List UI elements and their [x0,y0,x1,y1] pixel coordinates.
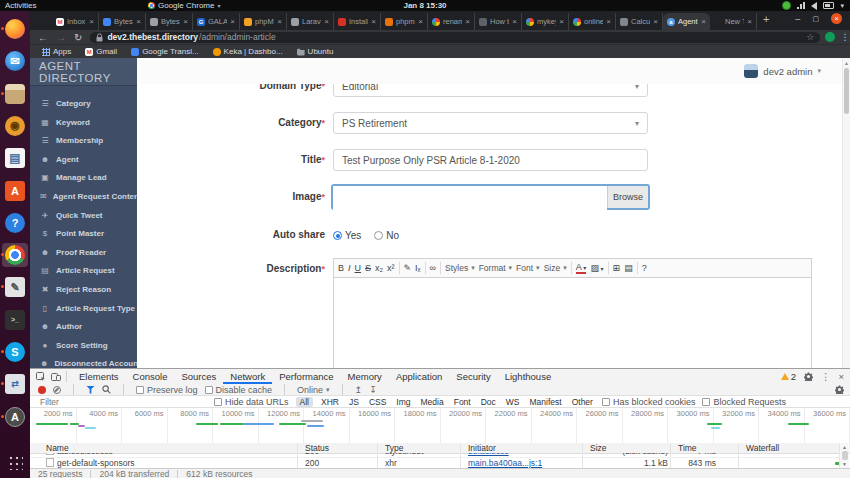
editor-subscript-icon[interactable]: x₂ [375,263,383,273]
column-separator[interactable] [582,443,583,468]
devtools-tab-console[interactable]: Console [126,369,175,384]
editor-italic-icon[interactable]: I [348,263,351,273]
request-type-filter-css[interactable]: CSS [367,397,388,407]
sidebar-item-proof-reader[interactable]: ☻Proof Reader [30,244,137,261]
radio-icon[interactable] [374,231,383,240]
devtools-close-icon[interactable]: × [838,371,844,382]
browse-button[interactable]: Browse [607,186,648,208]
bookmark-ubuntu[interactable]: Ubuntu [297,47,334,56]
devtools-settings-icon[interactable] [804,372,813,381]
column-header-time[interactable]: Time [678,443,697,453]
devtools-tab-performance[interactable]: Performance [272,369,340,384]
image-input[interactable] [333,186,607,210]
bookmark-gmail[interactable]: MGmail [85,47,117,56]
column-header-size[interactable]: Size [590,443,607,453]
dock-item-terminal[interactable]: >_ [4,309,26,331]
tab-close-icon[interactable]: × [747,17,752,26]
sidebar-item-score-setting[interactable]: ●Score Setting [30,337,137,354]
sidebar-item-article-request[interactable]: ▤Article Request [30,262,137,279]
device-toolbar-icon[interactable] [51,372,61,382]
clock[interactable]: Jan 8 15:30 [403,1,446,10]
sidebar-item-disconnected-account[interactable]: ☻Disconnected Account [30,355,137,368]
sidebar-item-point-master[interactable]: $Point Master [30,225,137,242]
domain-type-select[interactable]: Editorial ▾ [333,84,648,97]
dock-item-help[interactable]: ? [4,212,26,234]
sidebar-item-agent-request-content[interactable]: ✉Agent Request Content [30,188,137,205]
editor-copy-formatting-icon[interactable]: ✎ [404,263,412,273]
column-separator[interactable] [297,443,298,468]
editor-font-dropdown[interactable]: Font▾ [516,263,540,273]
editor-underline-icon[interactable]: U [355,263,362,273]
request-type-filter-manifest[interactable]: Manifest [528,397,564,407]
sidebar-item-article-request-type[interactable]: ▯Article Request Type [30,300,137,317]
column-header-waterfall[interactable]: Waterfall [746,443,779,453]
browser-menu-icon[interactable]: ⋮ [840,32,849,42]
browser-tab-bytes[interactable]: Bytes× [146,13,193,30]
sidebar-item-quick-tweet[interactable]: ✈Quick Tweet [30,207,137,224]
import-har-icon[interactable]: ↥ [355,385,363,395]
bookmark-star-icon[interactable]: ☆ [806,32,814,42]
tab-close-icon[interactable]: × [701,17,706,26]
devtools-tab-network[interactable]: Network [223,369,272,384]
has-blocked-cookies-checkbox[interactable]: Has blocked cookies [602,397,696,407]
editor-maximize-icon[interactable]: ⊞ [613,263,621,273]
inspect-element-icon[interactable] [36,372,46,382]
editor-remove-format-icon[interactable]: Iₓ [415,263,420,273]
title-input[interactable] [333,149,648,171]
record-network-log-icon[interactable] [38,386,46,394]
dock-item-rhythmbox[interactable]: ◉ [4,115,26,137]
app-menu[interactable]: Google Chrome ▾ [148,1,221,10]
sidebar-item-author[interactable]: ☻Author [30,318,137,335]
dock-item-libreoffice-writer[interactable]: ▤ [4,147,26,169]
devtools-tab-sources[interactable]: Sources [174,369,223,384]
devtools-tab-elements[interactable]: Elements [72,369,126,384]
auto-share-option-no[interactable]: No [374,230,399,241]
editor-superscript-icon[interactable]: x² [387,263,395,273]
dock-item-remote-desktop[interactable]: ⇄ [4,373,26,395]
tab-close-icon[interactable]: × [324,17,329,26]
scroll-down-icon[interactable]: ▼ [840,461,849,467]
tab-close-icon[interactable]: × [136,17,141,26]
browser-tab-larav[interactable]: Larav× [287,13,334,30]
dock-item-files[interactable] [4,83,26,105]
search-icon[interactable] [102,385,111,394]
browser-tab-inbox[interactable]: MInbox× [52,13,99,30]
dock-item-text-editor[interactable]: ✎ [4,276,26,298]
user-menu[interactable]: dev2 admin ▾ [744,64,821,78]
sidebar-item-membership[interactable]: ☰Membership [30,132,137,149]
activities-button[interactable]: Activities [5,1,37,10]
devtools-tab-security[interactable]: Security [449,369,497,384]
dock-item-firefox[interactable] [4,18,26,40]
filter-icon[interactable] [86,386,95,394]
dock-item-thunderbird[interactable]: ✉ [4,50,26,72]
tab-close-icon[interactable]: × [277,17,282,26]
request-type-filter-js[interactable]: JS [347,397,361,407]
request-type-filter-font[interactable]: Font [452,397,473,407]
request-type-filter-xhr[interactable]: XHR [319,397,341,407]
browser-tab-phpm[interactable]: phpm× [381,13,428,30]
request-type-filter-media[interactable]: Media [419,397,446,407]
address-bar[interactable]: dev2.thebest.directory /admin/admin-arti… [90,32,820,43]
sidebar-item-manage-lead[interactable]: ▣Manage Lead [30,169,137,186]
minimize-button[interactable]: – [795,14,800,24]
maximize-button[interactable]: ▢ [812,15,819,23]
request-type-filter-doc[interactable]: Doc [479,397,498,407]
export-har-icon[interactable]: ↧ [369,385,377,395]
dock-item-a-launcher[interactable]: A [4,406,26,428]
column-header-status[interactable]: Status [305,443,329,453]
editor-help-icon[interactable]: ? [642,263,647,273]
column-separator[interactable] [460,443,461,468]
tab-close-icon[interactable]: × [183,17,188,26]
close-button[interactable]: × [831,13,842,24]
devtools-menu-icon[interactable]: ⋮ [821,371,831,382]
column-header-type[interactable]: Type [385,443,403,453]
network-settings-icon[interactable] [835,385,844,394]
clear-network-log-icon[interactable] [53,386,61,394]
blocked-requests-checkbox[interactable]: Blocked Requests [702,397,786,407]
column-separator[interactable] [670,443,671,468]
tab-close-icon[interactable]: × [559,17,564,26]
column-header-initiator[interactable]: Initiator [468,443,496,453]
scroll-up-icon[interactable]: ▲ [840,444,849,450]
request-type-filter-all[interactable]: All [296,397,313,407]
auto-share-option-yes[interactable]: Yes [333,230,361,241]
